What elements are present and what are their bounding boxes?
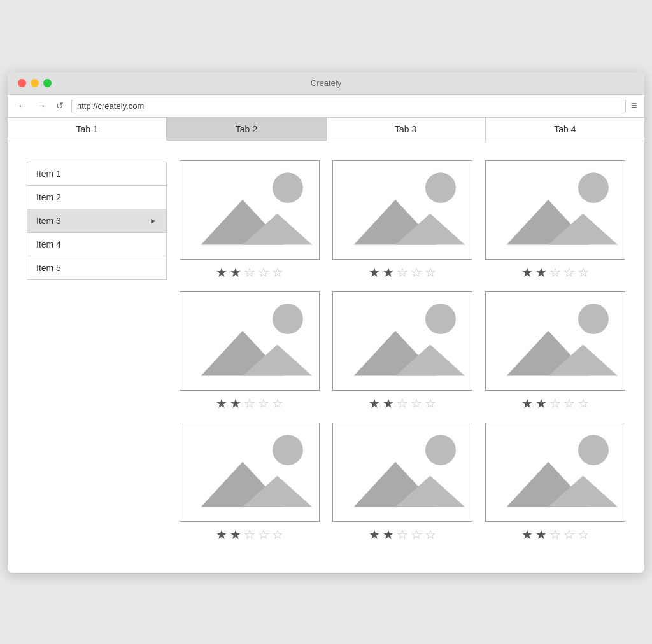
star-icon: ★ — [216, 266, 227, 279]
svg-point-13 — [273, 304, 303, 334]
image-placeholder-3-1 — [180, 423, 320, 522]
star-icon: ☆ — [244, 528, 255, 541]
star-icon: ★ — [369, 528, 380, 541]
star-icon: ☆ — [272, 528, 283, 541]
tab-4[interactable]: Tab 4 — [486, 118, 644, 141]
svg-point-5 — [425, 172, 456, 203]
svg-point-17 — [425, 304, 456, 334]
star-icon: ☆ — [563, 397, 575, 410]
star-icon: ★ — [383, 528, 394, 541]
grid-item-2-1: ★ ★ ☆ ☆ ☆ — [180, 291, 320, 410]
browser-content: Item 1 Item 2 Item 3 ► Item 4 Item 5 — [8, 141, 644, 573]
star-icon: ★ — [521, 528, 533, 541]
tab-3[interactable]: Tab 3 — [327, 118, 486, 141]
star-icon: ★ — [521, 266, 533, 279]
svg-point-33 — [578, 435, 609, 465]
grid-item-2-2: ★ ★ ☆ ☆ ☆ — [332, 291, 472, 410]
browser-menu-icon[interactable]: ≡ — [631, 100, 637, 111]
sidebar-item-3[interactable]: Item 3 ► — [27, 209, 166, 233]
grid-item-1-2: ★ ★ ☆ ☆ ☆ — [332, 160, 472, 279]
star-icon: ☆ — [411, 397, 422, 410]
close-button[interactable] — [18, 79, 26, 87]
stars-3-1: ★ ★ ☆ ☆ ☆ — [180, 528, 320, 541]
stars-2-1: ★ ★ ☆ ☆ ☆ — [180, 397, 320, 410]
sidebar-item-1[interactable]: Item 1 — [27, 162, 166, 186]
grid-item-1-3: ★ ★ ☆ ☆ ☆ — [485, 160, 625, 279]
sidebar-menu: Item 1 Item 2 Item 3 ► Item 4 Item 5 — [27, 162, 167, 280]
star-icon: ☆ — [258, 266, 269, 279]
sidebar-item-5[interactable]: Item 5 — [27, 256, 166, 279]
svg-point-29 — [425, 435, 456, 465]
star-icon: ☆ — [397, 528, 408, 541]
stars-2-2: ★ ★ ☆ ☆ ☆ — [332, 397, 472, 410]
star-icon: ★ — [521, 397, 533, 410]
maximize-button[interactable] — [43, 79, 52, 87]
star-icon: ★ — [230, 528, 241, 541]
address-bar: ← → ↺ ≡ — [8, 94, 644, 118]
star-icon: ☆ — [397, 397, 408, 410]
star-icon: ☆ — [563, 528, 575, 541]
grid-item-3-3: ★ ★ ☆ ☆ ☆ — [485, 423, 625, 541]
star-icon: ☆ — [578, 266, 589, 279]
image-placeholder-2-3 — [485, 291, 625, 391]
sidebar-item-4-label: Item 4 — [36, 239, 61, 249]
browser-window: Creately ← → ↺ ≡ Tab 1 Tab 2 Tab 3 Tab 4… — [8, 72, 644, 573]
minimize-button[interactable] — [31, 79, 39, 87]
grid-item-1-1: ★ ★ ☆ ☆ ☆ — [180, 160, 320, 279]
star-icon: ★ — [383, 266, 394, 279]
star-icon: ☆ — [563, 266, 575, 279]
traffic-lights — [18, 79, 52, 87]
star-icon: ★ — [535, 397, 547, 410]
svg-point-1 — [273, 172, 303, 203]
tab-1[interactable]: Tab 1 — [8, 118, 167, 141]
star-icon: ☆ — [258, 528, 269, 541]
chevron-right-icon: ► — [150, 216, 157, 225]
svg-point-9 — [578, 172, 609, 203]
image-placeholder-1-2 — [332, 160, 472, 260]
image-placeholder-2-1 — [180, 291, 320, 391]
star-icon: ★ — [230, 266, 241, 279]
star-icon: ☆ — [578, 397, 589, 410]
title-bar: Creately — [8, 72, 644, 94]
sidebar-item-4[interactable]: Item 4 — [27, 233, 166, 256]
window-title: Creately — [311, 78, 341, 88]
tabs-bar: Tab 1 Tab 2 Tab 3 Tab 4 — [8, 118, 644, 141]
star-icon: ★ — [216, 397, 227, 410]
star-icon: ☆ — [244, 397, 255, 410]
svg-point-21 — [578, 304, 609, 334]
sidebar-item-2[interactable]: Item 2 — [27, 186, 166, 209]
sidebar-item-3-label: Item 3 — [36, 216, 61, 226]
star-icon: ☆ — [425, 397, 436, 410]
star-icon: ★ — [216, 528, 227, 541]
grid-row-2: ★ ★ ☆ ☆ ☆ — [180, 291, 625, 410]
stars-1-1: ★ ★ ☆ ☆ ☆ — [180, 266, 320, 279]
svg-point-25 — [273, 435, 303, 465]
star-icon: ★ — [230, 397, 241, 410]
sidebar-item-2-label: Item 2 — [36, 192, 61, 202]
url-input[interactable] — [71, 99, 626, 113]
image-placeholder-3-3 — [485, 423, 625, 522]
grid-item-3-2: ★ ★ ☆ ☆ ☆ — [332, 423, 472, 541]
star-icon: ☆ — [397, 266, 408, 279]
image-placeholder-3-2 — [332, 423, 472, 522]
star-icon: ☆ — [549, 528, 561, 541]
star-icon: ☆ — [578, 528, 589, 541]
grid-row-1: ★ ★ ☆ ☆ ☆ — [180, 160, 625, 279]
stars-3-3: ★ ★ ☆ ☆ ☆ — [485, 528, 625, 541]
forward-button[interactable]: → — [34, 99, 48, 112]
image-placeholder-2-2 — [332, 291, 472, 391]
stars-1-2: ★ ★ ☆ ☆ ☆ — [332, 266, 472, 279]
star-icon: ★ — [383, 397, 394, 410]
grid-item-3-1: ★ ★ ☆ ☆ ☆ — [180, 423, 320, 541]
sidebar-item-5-label: Item 5 — [36, 263, 61, 273]
stars-3-2: ★ ★ ☆ ☆ ☆ — [332, 528, 472, 541]
grid-item-2-3: ★ ★ ☆ ☆ ☆ — [485, 291, 625, 410]
stars-1-3: ★ ★ ☆ ☆ ☆ — [485, 266, 625, 279]
star-icon: ☆ — [411, 528, 422, 541]
tab-2[interactable]: Tab 2 — [167, 118, 326, 141]
star-icon: ☆ — [411, 266, 422, 279]
content-layout: Item 1 Item 2 Item 3 ► Item 4 Item 5 — [27, 160, 625, 554]
star-icon: ☆ — [549, 397, 561, 410]
back-button[interactable]: ← — [15, 99, 29, 112]
refresh-button[interactable]: ↺ — [53, 99, 66, 112]
